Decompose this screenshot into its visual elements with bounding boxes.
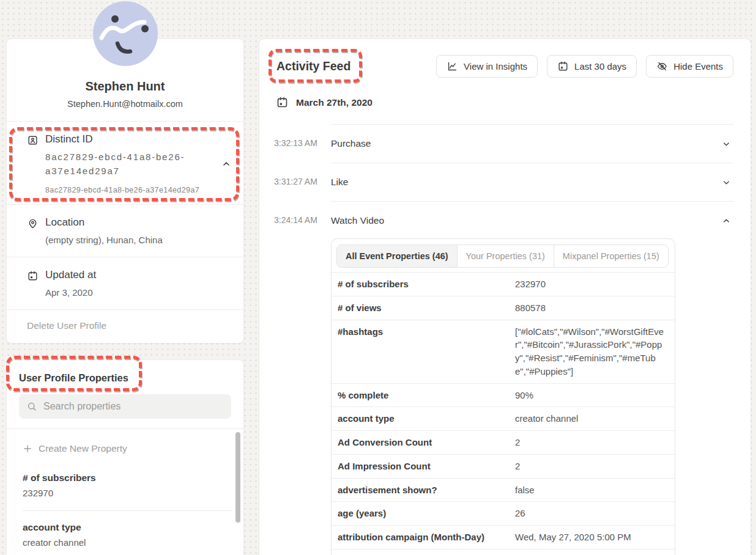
user-name: Stephen Hunt: [19, 79, 231, 94]
distinct-id-label: Distinct ID: [45, 133, 221, 145]
collapse-caret-icon[interactable]: [221, 159, 231, 169]
table-row: advertisement shown? false: [332, 478, 675, 502]
table-row: #hashtags ["#lolCats","#Wilson","#WorstG…: [332, 320, 675, 383]
property-value: 90%: [515, 383, 675, 407]
property-value: 232970: [515, 273, 675, 296]
page: Stephen Hunt Stephen.Hunt@hotmailx.com D…: [0, 0, 756, 555]
line-chart-icon: [447, 61, 458, 72]
activity-feed-card: Activity Feed View in Insights: [259, 39, 751, 555]
search-properties-input[interactable]: [43, 401, 224, 412]
eye-off-icon: [656, 61, 668, 72]
property-name: # of views: [332, 296, 515, 320]
event-row-watch-video[interactable]: 3:24:14 AM Watch Video: [274, 201, 733, 555]
id-badge-icon: [27, 134, 39, 146]
table-row: % complete 90%: [332, 383, 675, 407]
location-label: Location: [45, 216, 231, 229]
property-value: 26: [515, 502, 675, 526]
tab-mixpanel-properties[interactable]: Mixpanel Properties (15): [554, 245, 668, 267]
updated-at-value: Apr 3, 2020: [45, 285, 231, 300]
property-name: account type: [332, 407, 515, 431]
hide-events-button[interactable]: Hide Events: [646, 55, 733, 78]
user-profile-card: Stephen Hunt Stephen.Hunt@hotmailx.com D…: [6, 39, 244, 344]
event-name: Watch Video: [331, 215, 384, 226]
chevron-down-icon[interactable]: [722, 178, 731, 187]
calendar-icon: [557, 61, 569, 72]
property-name: Ad Conversion Count: [332, 431, 515, 455]
location-value: (empty string), Hunan, China: [45, 233, 231, 247]
properties-header: User Profile Properties: [7, 360, 243, 394]
date-group-label: March 27th, 2020: [296, 97, 372, 108]
event-row-purchase[interactable]: 3:32:13 AM Purchase: [274, 124, 733, 163]
table-row: Ad Conversion Count 2: [332, 431, 675, 455]
date-range-label: Last 30 days: [574, 61, 626, 72]
event-properties-table: # of subscribers 232970 # of views 88057…: [332, 272, 675, 555]
property-value: 2: [515, 454, 675, 478]
calendar-icon: [276, 96, 289, 109]
property-name: account type: [23, 522, 232, 533]
property-name: advertisement shown?: [332, 478, 515, 502]
tab-your-properties[interactable]: Your Properties (31): [457, 245, 554, 267]
search-properties-field[interactable]: [19, 394, 231, 419]
activity-feed-header: Activity Feed View in Insights: [274, 55, 733, 78]
properties-title: User Profile Properties: [19, 372, 231, 384]
date-range-button[interactable]: Last 30 days: [547, 55, 637, 78]
scrollbar-track[interactable]: [235, 432, 240, 555]
property-name: age (years): [332, 502, 515, 526]
distinct-id-subvalue: 8ac27829-ebcd-41a8-be26-a37e14ed29a7: [45, 186, 221, 194]
table-row: attribution channel Facebook: [332, 549, 675, 555]
delete-user-profile-button[interactable]: Delete User Profile: [7, 309, 243, 343]
property-value: creator channel: [23, 537, 232, 548]
property-name: # of subscribers: [23, 472, 232, 483]
updated-at-label: Updated at: [45, 269, 231, 281]
user-email: Stephen.Hunt@hotmailx.com: [19, 99, 231, 109]
event-properties-tabs: All Event Properties (46) Your Propertie…: [336, 244, 669, 268]
property-value: creator channel: [515, 407, 675, 431]
view-in-insights-label: View in Insights: [464, 61, 527, 72]
tab-all-event-properties[interactable]: All Event Properties (46): [337, 245, 457, 267]
event-row-like[interactable]: 3:31:27 AM Like: [274, 163, 733, 201]
property-value: Wed, May 27, 2020 5:00 PM: [515, 526, 675, 549]
table-row: Ad Impression Count 2: [332, 454, 675, 478]
plus-icon: [23, 444, 32, 454]
chevron-down-icon[interactable]: [722, 139, 731, 149]
avatar-face-icon: [93, 1, 158, 66]
property-value: 2: [515, 431, 675, 455]
user-avatar: [93, 1, 158, 66]
property-name: % complete: [332, 383, 515, 407]
property-name: # of subscribers: [332, 273, 515, 296]
activity-feed-title-wrap: Activity Feed: [274, 59, 350, 73]
search-icon: [26, 401, 37, 412]
properties-list: Create New Property # of subscribers 232…: [7, 428, 243, 555]
right-column: Activity Feed View in Insights: [259, 0, 751, 555]
view-in-insights-button[interactable]: View in Insights: [436, 55, 538, 78]
hide-events-label: Hide Events: [673, 61, 723, 72]
create-new-property-label: Create New Property: [39, 443, 127, 454]
location-pin-icon: [27, 218, 39, 229]
list-item[interactable]: account type creator channel: [23, 511, 232, 555]
chevron-up-icon[interactable]: [722, 216, 731, 226]
distinct-id-section: Distinct ID 8ac27829-ebcd-41a8-be26-a37e…: [7, 121, 243, 204]
property-name: Ad Impression Count: [332, 454, 515, 478]
property-value: Facebook: [515, 549, 675, 555]
table-row: account type creator channel: [332, 407, 675, 431]
calendar-icon: [27, 270, 39, 282]
property-value: 232970: [23, 488, 232, 498]
event-time: 3:31:27 AM: [274, 163, 331, 201]
property-name: attribution campaign (Month-Day): [332, 526, 515, 549]
event-detail-panel: All Event Properties (46) Your Propertie…: [331, 238, 675, 555]
scrollbar-thumb[interactable]: [235, 432, 240, 523]
property-value: 880578: [515, 296, 675, 320]
table-row: # of subscribers 232970: [332, 273, 675, 296]
distinct-id-value: 8ac27829-ebcd-41a8-be26-a37e14ed29a7: [45, 150, 221, 178]
events-list: 3:32:13 AM Purchase 3:31:2: [274, 124, 733, 555]
list-item[interactable]: # of subscribers 232970: [23, 461, 232, 511]
left-column: Stephen Hunt Stephen.Hunt@hotmailx.com D…: [6, 0, 244, 555]
property-name: #hashtags: [332, 320, 515, 383]
property-value: false: [515, 478, 675, 502]
user-profile-properties-card: User Profile Properties: [6, 359, 244, 555]
property-name: attribution channel: [332, 549, 515, 555]
create-new-property-button[interactable]: Create New Property: [7, 429, 232, 461]
event-time: 3:32:13 AM: [274, 124, 331, 163]
event-time: 3:24:14 AM: [274, 201, 331, 555]
event-name: Purchase: [331, 138, 371, 149]
